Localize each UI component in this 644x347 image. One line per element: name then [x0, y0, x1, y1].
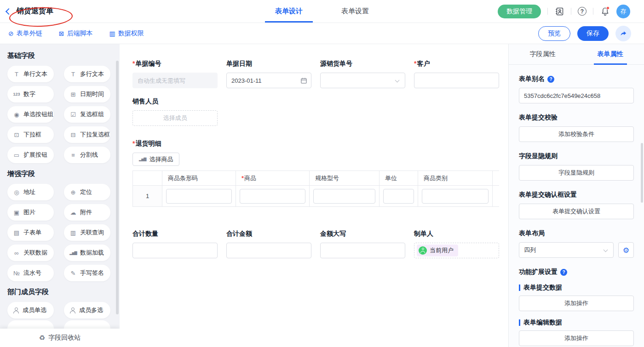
field-button-radio-group[interactable]: ◉单选按钮组 — [7, 106, 54, 123]
creator-field[interactable]: 制单人 当前用户 — [414, 230, 499, 258]
bill-date-input[interactable] — [226, 73, 311, 88]
user-avatar[interactable]: 存 — [616, 5, 630, 18]
bill-date-label: 单据日期 — [226, 60, 311, 68]
field-button-checkbox-group[interactable]: ☑复选框组 — [64, 106, 110, 123]
field-button-attachment[interactable]: ☁附件 — [64, 204, 110, 221]
back-icon[interactable] — [6, 8, 12, 14]
field-label: 子表单 — [23, 228, 41, 237]
product-input[interactable] — [240, 189, 305, 204]
layout-select[interactable]: 四列 — [519, 242, 614, 258]
header-right: 数据管理 存 — [498, 5, 644, 18]
location-icon: ⊕ — [69, 189, 77, 196]
notification-bell-icon[interactable] — [600, 6, 610, 17]
form-alias-input[interactable] — [519, 88, 634, 103]
data-manage-button[interactable]: 数据管理 — [498, 5, 541, 18]
signature-icon: ✎ — [69, 270, 77, 277]
contacts-book-icon[interactable] — [554, 6, 564, 17]
data-permission-link[interactable]: ▥ 数据权限 — [109, 29, 144, 38]
total-qty-field[interactable]: 合计数量 — [132, 230, 218, 258]
total-amount-field[interactable]: 合计金额 — [226, 230, 311, 258]
datetime-icon: ⊞ — [69, 91, 77, 98]
detail-table-header-row: 商品条形码 *商品 规格型号 单位 商品类别 — [133, 171, 500, 186]
creator-box[interactable]: 当前用户 — [414, 243, 499, 258]
category-input[interactable] — [422, 189, 489, 204]
submit-confirm-button[interactable]: 表单提交确认设置 — [519, 204, 634, 219]
multi-line-text-icon: T — [69, 71, 77, 78]
field-recycle-bin[interactable]: ♻ 字段回收站 — [0, 329, 120, 347]
spec-input[interactable] — [313, 189, 375, 204]
add-check-condition-button[interactable]: 添加校验条件 — [519, 126, 634, 142]
source-order-field[interactable]: 源销货单号 — [320, 60, 405, 88]
preview-button[interactable]: 预览 — [538, 26, 570, 41]
total-qty-input[interactable] — [132, 243, 218, 258]
spec-cell — [310, 186, 380, 207]
submit-data-add-button[interactable]: 添加操作 — [519, 296, 634, 311]
field-button-single-line-text[interactable]: T单行文本 — [7, 66, 54, 82]
sidebar-scrollbar[interactable] — [116, 61, 119, 314]
share-button[interactable] — [615, 26, 631, 41]
field-button-select[interactable]: ⊡下拉框 — [7, 126, 54, 143]
field-button-linked-data[interactable]: ∞关联数据 — [7, 245, 54, 261]
field-button-address[interactable]: ◎地址 — [7, 184, 54, 200]
panel-scrollbar[interactable] — [641, 143, 643, 203]
field-button-extend-button[interactable]: ▭扩展按钮 — [7, 147, 54, 163]
customer-input[interactable] — [414, 73, 499, 88]
barcode-input[interactable] — [166, 189, 232, 204]
field-label: 日期时间 — [80, 90, 104, 98]
field-button-member-single[interactable]: 成员单选 — [7, 302, 54, 319]
form-external-link[interactable]: ⊘ 表单外链 — [8, 29, 42, 38]
field-button-member-multi[interactable]: 成员多选 — [64, 302, 110, 319]
tab-form-settings[interactable]: 表单设置 — [339, 0, 371, 23]
total-amount-input[interactable] — [226, 243, 311, 258]
bill-no-field[interactable]: *单据编号 — [132, 60, 218, 88]
field-button-multi-line-text[interactable]: T多行文本 — [64, 66, 110, 82]
layout-settings-button[interactable]: ⚙ — [618, 242, 634, 258]
category-cell — [418, 186, 493, 207]
linked-data-icon: ∞ — [13, 250, 20, 256]
field-button-datetime[interactable]: ⊞日期时间 — [64, 86, 110, 102]
unit-input[interactable] — [383, 189, 414, 204]
field-button-linked-query[interactable]: ▥关联查询 — [64, 224, 110, 241]
visibility-rules-button[interactable]: 字段显隐规则 — [519, 165, 634, 181]
current-user-label: 当前用户 — [430, 246, 454, 255]
bill-date-field[interactable]: 单据日期 — [226, 60, 311, 88]
field-button-divider-line[interactable]: ≡分割线 — [64, 147, 110, 163]
member-single-icon — [13, 307, 19, 313]
image-icon: ▣ — [13, 209, 20, 216]
field-button-number[interactable]: 123数字 — [7, 86, 54, 102]
amount-words-field[interactable]: 金额大写 — [320, 230, 405, 258]
total-amount-label: 合计金额 — [226, 230, 311, 238]
header-tabs: 表单设计 表单设置 — [273, 0, 371, 23]
creator-label: 制单人 — [414, 230, 499, 238]
salesperson-field[interactable]: 销售人员 选择成员 — [132, 97, 501, 126]
extension-help-icon[interactable] — [560, 269, 567, 276]
external-link-icon: ⊘ — [8, 30, 14, 37]
field-button-data-load[interactable]: ▂▅▇数据加载 — [64, 245, 110, 261]
return-detail-field[interactable]: *退货明细 ▂▅▇ 选择商品 商品条形码 *商品 规格型号 单位 — [132, 140, 501, 207]
amount-words-input[interactable] — [320, 243, 405, 258]
linked-query-icon: ▥ — [69, 229, 77, 236]
tab-field-properties[interactable]: 字段属性 — [509, 44, 576, 64]
field-label: 成员单选 — [23, 306, 46, 314]
select-product-button[interactable]: ▂▅▇ 选择商品 — [132, 153, 179, 166]
alias-help-icon[interactable] — [547, 76, 554, 83]
tab-form-design[interactable]: 表单设计 — [273, 0, 305, 23]
bill-no-input[interactable] — [132, 73, 218, 88]
field-button-signature[interactable]: ✎手写签名 — [64, 265, 110, 281]
customer-field[interactable]: *客户 — [414, 60, 499, 88]
field-button-image[interactable]: ▣图片 — [7, 204, 54, 221]
source-order-select[interactable] — [320, 73, 405, 88]
number-icon: 123 — [13, 92, 20, 97]
extension-settings-label: 功能扩展设置 — [519, 268, 634, 276]
field-button-location[interactable]: ⊕定位 — [64, 184, 110, 200]
save-button[interactable]: 保存 — [577, 26, 609, 41]
help-icon[interactable] — [578, 7, 586, 16]
backend-script-link[interactable]: ⊠ 后端脚本 — [59, 29, 93, 38]
select-member-box[interactable]: 选择成员 — [132, 110, 218, 126]
tab-form-properties[interactable]: 表单属性 — [576, 44, 644, 64]
field-button-multi-select[interactable]: ⊟下拉复选框 — [64, 126, 110, 143]
field-button-serial-number[interactable]: №流水号 — [7, 265, 54, 281]
field-button-subform[interactable]: ▤子表单 — [7, 224, 54, 241]
edit-data-add-button[interactable]: 添加操作 — [519, 330, 634, 346]
select-product-label: 选择商品 — [149, 155, 173, 164]
